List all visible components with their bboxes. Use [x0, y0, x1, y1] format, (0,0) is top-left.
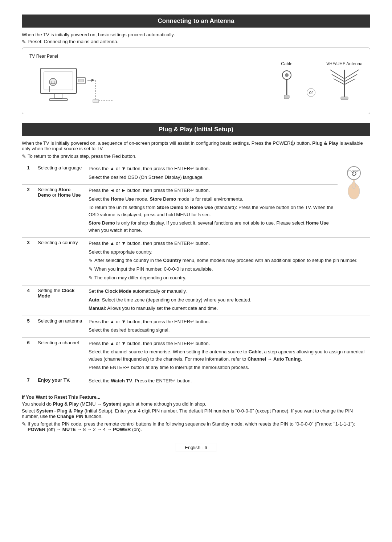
step-title: Selecting Store Demo or Home Use [35, 185, 86, 238]
step-content: Press the ▲ or ▼ button, then press the … [86, 163, 338, 185]
cable-label: Cable [281, 61, 292, 66]
section1-note: ✎ Preset: Connecting the mains and anten… [22, 39, 370, 45]
step-number: 3 [22, 238, 35, 286]
power-hand-svg: ⏻ POWER [341, 165, 367, 201]
section1-intro: When the TV is initially powered on, bas… [22, 32, 370, 37]
step-title: Selecting a language [35, 163, 86, 185]
svg-text:POWER: POWER [348, 169, 359, 172]
table-row: 3 Selecting a country Press the ▲ or ▼ b… [22, 238, 370, 286]
svg-point-10 [49, 78, 57, 86]
section2-note: ✎ To return to the previous step, press … [22, 153, 370, 159]
table-row: 5 Selecting an antenna Press the ▲ or ▼ … [22, 316, 370, 337]
step-title: Selecting a country [35, 238, 86, 286]
tv-rear-label: TV Rear Panel [29, 54, 58, 59]
section2-header: Plug & Play (Initial Setup) [22, 123, 370, 136]
svg-rect-3 [49, 99, 68, 100]
cable-group: Cable [278, 61, 296, 100]
svg-rect-2 [55, 94, 62, 99]
step-title: Selecting an antenna [35, 316, 86, 337]
table-row: 4 Setting the Clock Mode Set the Clock M… [22, 286, 370, 316]
step-content: Press the ◄ or ► button, then press the … [86, 185, 338, 238]
step-number: 5 [22, 316, 35, 337]
antenna-svg [326, 68, 363, 100]
svg-line-22 [344, 74, 357, 82]
step-title: Setting the Clock Mode [35, 286, 86, 316]
step-content: Set the Clock Mode automatically or manu… [86, 286, 370, 316]
svg-rect-5 [78, 79, 83, 82]
reset-section: If You Want to Reset This Feature... You… [22, 394, 370, 432]
antenna-diagram: TV Rear Panel [22, 48, 370, 114]
step-title: Enjoy your TV. [35, 375, 86, 388]
section2-intro: When the TV is initially powered on, a s… [22, 140, 370, 151]
power-icon-cell: ⏻ POWER [338, 163, 370, 238]
step-title: Selecting a channel [35, 337, 86, 375]
tv-rear-svg [29, 61, 124, 108]
svg-rect-26 [341, 97, 348, 100]
svg-rect-9 [93, 100, 99, 102]
svg-line-23 [334, 79, 344, 85]
svg-rect-1 [44, 72, 73, 90]
step-number: 7 [22, 375, 35, 388]
step-content: Press the ▲ or ▼ button, then press the … [86, 316, 370, 337]
tv-rear-panel: TV Rear Panel [29, 54, 124, 108]
reset-note: ✎ If you forget the PIN code, press the … [22, 421, 370, 432]
cable-antenna-diagram: Cable or VHF/UHF Antenna [278, 61, 363, 100]
note-icon: ✎ [22, 39, 26, 45]
step-content: Press the ▲ or ▼ button, then press the … [86, 337, 370, 375]
reset-line1: You should do Plug & Play (MENU → System… [22, 401, 370, 407]
svg-point-31 [352, 181, 356, 189]
step-number: 1 [22, 163, 35, 185]
reset-line2: Select System - Plug & Play (Initial Set… [22, 408, 370, 419]
table-row: 2 Selecting Store Demo or Home Use Press… [22, 185, 370, 238]
step-content: Press the ▲ or ▼ button, then press the … [86, 238, 370, 286]
step-number: 2 [22, 185, 35, 238]
cable-svg [278, 68, 296, 100]
note-icon3: ✎ [22, 421, 26, 427]
svg-rect-18 [284, 95, 289, 99]
table-row: 1 Selecting a language Press the ▲ or ▼ … [22, 163, 370, 185]
or-label: or [307, 88, 315, 97]
step-content: Select the Watch TV. Press the ENTER↵ bu… [86, 375, 370, 388]
step-number: 4 [22, 286, 35, 316]
steps-table: 1 Selecting a language Press the ▲ or ▼ … [22, 163, 370, 388]
svg-point-16 [285, 73, 289, 77]
table-row: 6 Selecting a channel Press the ▲ or ▼ b… [22, 337, 370, 375]
footer-label: English - 6 [176, 443, 216, 452]
step-number: 6 [22, 337, 35, 375]
svg-line-21 [332, 74, 344, 82]
footer: English - 6 [22, 443, 370, 452]
section1-header: Connecting to an Antenna [22, 15, 370, 28]
reset-header: If You Want to Reset This Feature... [22, 394, 100, 400]
antenna-label: VHF/UHF Antenna [326, 61, 362, 66]
antenna-group: VHF/UHF Antenna [326, 61, 363, 100]
table-row: 7 Enjoy your TV. Select the Watch TV. Pr… [22, 375, 370, 388]
svg-line-24 [344, 79, 355, 85]
note-icon2: ✎ [22, 153, 26, 159]
